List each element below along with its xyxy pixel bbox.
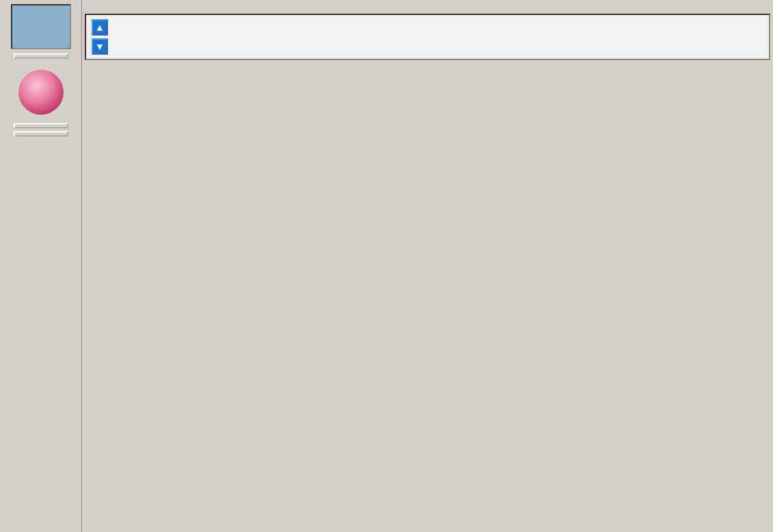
sidebar [0, 0, 82, 532]
scroll-top-area: ▲ [92, 18, 763, 37]
scroll-down-button[interactable]: ▼ [92, 38, 108, 55]
browse-button[interactable] [14, 53, 68, 59]
scroll-area[interactable]: ▲ ▼ [85, 14, 770, 529]
image-placeholder [11, 4, 71, 49]
scroll-bottom-area: ▼ [92, 37, 763, 56]
main-content: ▲ ▼ [82, 0, 773, 532]
send-email-button[interactable] [14, 131, 68, 137]
send-color-button[interactable] [14, 123, 68, 128]
top-links [82, 0, 773, 14]
gems-container: ▲ ▼ [85, 14, 770, 60]
selected-gem-image[interactable] [18, 70, 64, 115]
scroll-up-button[interactable]: ▲ [92, 19, 108, 36]
